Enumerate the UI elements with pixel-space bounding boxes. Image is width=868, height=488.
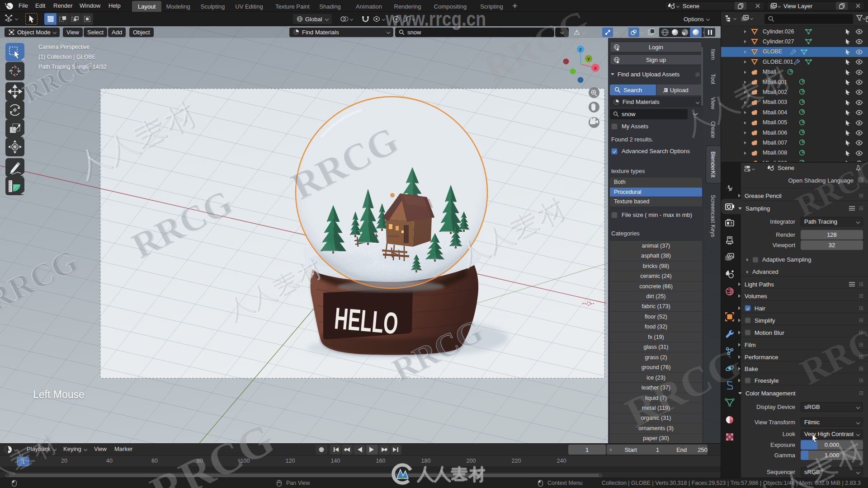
svg-text:Z: Z (579, 47, 582, 52)
svg-text:Y: Y (587, 56, 590, 61)
svg-text:X: X (594, 66, 597, 70)
